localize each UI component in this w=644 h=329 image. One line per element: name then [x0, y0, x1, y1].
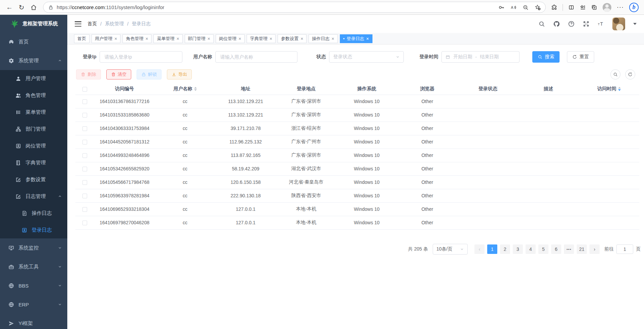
tab-menu-mgmt[interactable]: 菜单管理×: [153, 34, 182, 43]
address-bar[interactable]: https://ccnetcore.com:1101/system/log/lo…: [43, 2, 546, 13]
sidebar-item-user-mgmt[interactable]: 用户管理: [0, 70, 67, 87]
row-checkbox[interactable]: [82, 113, 87, 118]
github-icon[interactable]: [553, 21, 560, 27]
sidebar-item-erp[interactable]: ERP: [0, 295, 67, 314]
filter-status-select[interactable]: 登录状态: [329, 51, 404, 63]
delete-button[interactable]: 删除: [76, 69, 101, 79]
filter-user-input[interactable]: [215, 51, 297, 63]
password-key-icon[interactable]: [498, 4, 504, 10]
tab-close-icon[interactable]: ×: [145, 36, 148, 41]
row-checkbox[interactable]: [82, 153, 87, 158]
show-search-button[interactable]: [610, 69, 620, 79]
help-icon[interactable]: [568, 21, 575, 27]
page-button-3[interactable]: 3: [513, 244, 523, 254]
favorite-add-icon[interactable]: [535, 4, 541, 10]
search-icon[interactable]: [538, 21, 545, 27]
page-button-5[interactable]: 5: [538, 244, 548, 254]
tab-dict-mgmt[interactable]: 字典管理×: [247, 34, 276, 43]
sidebar-item-role-mgmt[interactable]: 角色管理: [0, 87, 67, 104]
user-avatar[interactable]: [612, 18, 625, 30]
more-pages-button[interactable]: •••: [564, 244, 574, 254]
filter-date-range[interactable]: 开始日期 - 结束日期: [441, 51, 520, 63]
read-aloud-icon[interactable]: [510, 4, 516, 10]
font-size-icon[interactable]: [598, 21, 604, 27]
row-checkbox[interactable]: [82, 180, 87, 185]
tab-close-icon[interactable]: ×: [331, 36, 334, 41]
sidebar-item-menu-mgmt[interactable]: 菜单管理: [0, 104, 67, 121]
row-checkbox[interactable]: [82, 194, 87, 198]
tab-dept-mgmt[interactable]: 部门管理×: [185, 34, 214, 43]
sidebar-item-yi-framework[interactable]: Yi框架: [0, 314, 67, 329]
sidebar-item-label: 菜单管理: [26, 109, 46, 116]
browser-profile-icon[interactable]: [603, 3, 611, 12]
tab-post-mgmt[interactable]: 岗位管理×: [216, 34, 245, 43]
page-button-1[interactable]: 1: [487, 244, 497, 254]
tab-close-icon[interactable]: ×: [114, 36, 117, 41]
search-button[interactable]: 搜索: [532, 51, 560, 63]
sort-toggle[interactable]: [194, 86, 197, 92]
sidebar-item-log-mgmt[interactable]: 日志管理: [0, 188, 67, 205]
row-checkbox[interactable]: [82, 99, 87, 104]
export-button[interactable]: 导出: [167, 69, 192, 79]
row-checkbox[interactable]: [82, 167, 87, 171]
tab-close-icon[interactable]: ×: [208, 36, 210, 41]
tab-close-icon[interactable]: ×: [239, 36, 241, 41]
copilot-icon[interactable]: b: [629, 3, 639, 12]
tab-home[interactable]: 首页: [74, 34, 90, 43]
tab-close-icon[interactable]: ×: [176, 36, 179, 41]
select-all-checkbox[interactable]: [82, 87, 87, 92]
tab-role-mgmt[interactable]: 角色管理×: [122, 34, 151, 43]
page-button-21[interactable]: 21: [577, 244, 587, 254]
zoom-out-icon[interactable]: [523, 4, 529, 10]
tab-op-log[interactable]: 操作日志×: [309, 34, 337, 43]
browser-refresh-icon[interactable]: ↻: [15, 2, 28, 13]
sidebar-item-system-mgmt[interactable]: 系统管理: [0, 51, 67, 70]
sidebar-item-bbs[interactable]: BBS: [0, 276, 67, 295]
prev-page-button[interactable]: ‹: [474, 244, 485, 254]
tab-login-log[interactable]: ●登录日志×: [340, 34, 372, 43]
goto-page-input[interactable]: [616, 244, 633, 254]
tab-close-icon[interactable]: ×: [300, 36, 303, 41]
favorites-icon[interactable]: [580, 4, 586, 10]
sidebar-item-home[interactable]: 首页: [0, 32, 67, 51]
browser-home-icon[interactable]: [28, 2, 40, 13]
split-screen-icon[interactable]: [568, 4, 574, 10]
sidebar-item-dept-mgmt[interactable]: 部门管理: [0, 121, 67, 137]
sidebar-item-op-log[interactable]: 操作日志: [0, 205, 67, 222]
refresh-table-button[interactable]: [625, 69, 635, 79]
page-button-4[interactable]: 4: [526, 244, 536, 254]
tab-user-mgmt[interactable]: 用户管理×: [92, 34, 120, 43]
cell-os: Windows 10: [336, 162, 397, 175]
tab-close-icon[interactable]: ×: [270, 36, 272, 41]
filter-ip-input[interactable]: [100, 51, 182, 63]
browser-menu-icon[interactable]: ···: [617, 4, 624, 11]
sidebar-item-sys-tools[interactable]: 系统工具: [0, 257, 67, 276]
tab-close-icon[interactable]: ×: [366, 36, 369, 41]
reset-button[interactable]: 重置: [567, 51, 594, 63]
clear-button[interactable]: 清空: [106, 69, 131, 79]
next-page-button[interactable]: ›: [589, 244, 600, 254]
tab-param-settings[interactable]: 参数设置×: [278, 34, 307, 43]
row-checkbox[interactable]: [82, 207, 87, 212]
row-checkbox[interactable]: [82, 221, 87, 225]
unlock-button[interactable]: 解锁: [137, 69, 162, 79]
breadcrumb-home[interactable]: 首页: [87, 21, 97, 27]
extensions-icon[interactable]: [551, 4, 557, 10]
sidebar-toggle-icon[interactable]: [75, 21, 81, 27]
collections-icon[interactable]: [591, 4, 597, 10]
sidebar-item-post-mgmt[interactable]: 岗位管理: [0, 137, 67, 154]
page-button-6[interactable]: 6: [551, 244, 561, 254]
site-lock-icon[interactable]: [48, 5, 53, 10]
sort-toggle[interactable]: [618, 86, 621, 92]
row-checkbox[interactable]: [82, 126, 87, 131]
sidebar-item-dict-mgmt[interactable]: 字典管理: [0, 154, 67, 171]
fullscreen-icon[interactable]: [583, 21, 589, 27]
page-button-2[interactable]: 2: [500, 244, 510, 254]
avatar-caret-icon[interactable]: [633, 23, 637, 27]
sidebar-item-sys-monitor[interactable]: 系统监控: [0, 238, 67, 257]
sidebar-item-param-settings[interactable]: 参数设置: [0, 171, 67, 188]
page-size-select[interactable]: 10条/页: [433, 244, 468, 255]
sidebar-item-login-log[interactable]: 登录日志: [0, 222, 67, 238]
browser-back-icon[interactable]: ←: [3, 2, 15, 13]
row-checkbox[interactable]: [82, 140, 87, 144]
